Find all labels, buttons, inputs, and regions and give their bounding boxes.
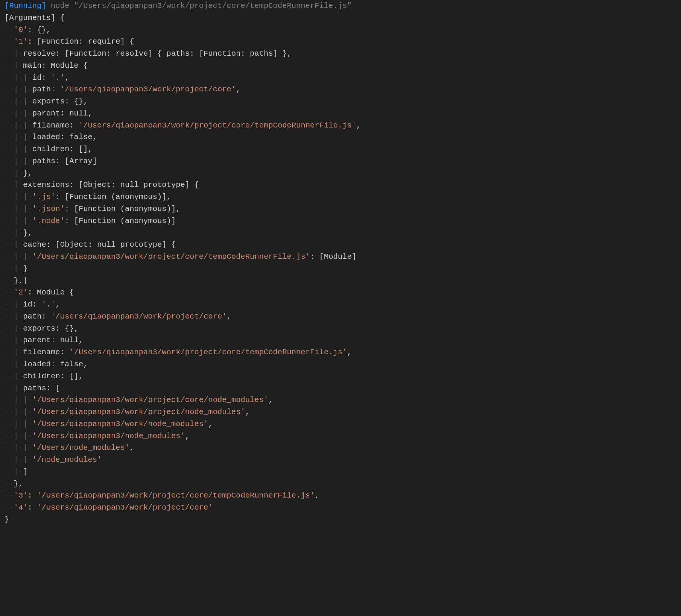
string-literal: '/Users/qiaopanpan3/work/project/core/te… [79, 121, 356, 130]
output-line: ··|·|·'/Users/qiaopanpan3/work/node_modu… [0, 418, 681, 430]
output-line: ··|·paths: [ [0, 382, 681, 394]
output-line: } [0, 514, 681, 526]
line-content: '/Users/qiaopanpan3/work/project/core/no… [32, 394, 273, 406]
output-line: ··|·] [0, 466, 681, 478]
output-line: ··|·parent: null, [0, 334, 681, 346]
indent-guide: ·· [5, 478, 14, 490]
indent-guide: ··|·|· [5, 143, 32, 155]
line-content: '/Users/qiaopanpan3/work/project/node_mo… [32, 406, 250, 418]
string-literal: '3' [14, 491, 28, 500]
output-line: ··|·|·'.node': [Function (anonymous)] [0, 215, 681, 227]
line-content: } [5, 514, 9, 526]
output-line: ··|·|·'/Users/qiaopanpan3/work/project/n… [0, 406, 681, 418]
indent-guide: ·· [5, 36, 14, 48]
output-line: ··'3': '/Users/qiaopanpan3/work/project/… [0, 490, 681, 502]
output-line: ··},| [0, 275, 681, 287]
line-content: }, [14, 478, 23, 490]
indent-guide: ·· [5, 502, 14, 514]
line-content: '.json': [Function (anonymous)], [32, 203, 181, 215]
indent-guide: ··|·|· [5, 72, 32, 84]
string-literal: '2' [14, 288, 28, 297]
indent-guide: ··|· [5, 334, 23, 346]
output-line: ··}, [0, 478, 681, 490]
output-line: ··|·|·'/Users/qiaopanpan3/work/project/c… [0, 394, 681, 406]
line-content: path: '/Users/qiaopanpan3/work/project/c… [23, 311, 231, 323]
line-content: filename: '/Users/qiaopanpan3/work/proje… [32, 120, 361, 132]
running-tag: [Running] [5, 0, 46, 12]
line-content: extensions: [Object: null prototype] { [23, 179, 199, 191]
line-content: filename: '/Users/qiaopanpan3/work/proje… [23, 346, 351, 358]
line-content: id: '.', [23, 299, 60, 311]
line-content: '.node': [Function (anonymous)] [32, 215, 176, 227]
output-line: ··|·|·parent: null, [0, 108, 681, 120]
line-content: ] [23, 466, 27, 478]
string-literal: '/Users/qiaopanpan3/work/project/core/te… [32, 252, 310, 261]
string-literal: '/Users/node_modules' [32, 443, 129, 452]
line-content: [Arguments] { [5, 12, 65, 24]
output-line: ··|·|·children: [], [0, 143, 681, 155]
string-literal: '.node' [32, 217, 65, 225]
indent-guide: ··|·|· [5, 108, 32, 120]
string-literal: '/Users/qiaopanpan3/work/project/core/te… [69, 348, 347, 357]
indent-guide: ·· [5, 24, 14, 36]
output-line: ··'4': '/Users/qiaopanpan3/work/project/… [0, 502, 681, 514]
indent-guide: ··|·|· [5, 131, 32, 143]
string-literal: '.' [41, 300, 55, 309]
line-content: }, [23, 167, 32, 179]
indent-guide: ··|· [5, 370, 23, 382]
line-content: '3': '/Users/qiaopanpan3/work/project/co… [14, 490, 319, 502]
line-content: '1': [Function: require] { [14, 36, 134, 48]
string-literal: '/Users/qiaopanpan3/work/project/core/te… [37, 491, 315, 500]
indent-guide: ··|·|· [5, 120, 32, 132]
line-content: loaded: false, [23, 358, 88, 370]
indent-guide: ··|·|· [5, 406, 32, 418]
indent-guide: ··|· [5, 358, 23, 370]
indent-guide: ··|·|· [5, 394, 32, 406]
indent-guide: ··|· [5, 48, 23, 60]
output-line: ··'0': {}, [0, 24, 681, 36]
terminal-output[interactable]: [Running] node "/Users/qiaopanpan3/work/… [0, 0, 681, 526]
output-line: ··|·|·exports: {}, [0, 96, 681, 108]
line-content: '.js': [Function (anonymous)], [32, 191, 171, 203]
line-content: loaded: false, [32, 131, 97, 143]
output-line: ··|·|·'/Users/qiaopanpan3/node_modules', [0, 430, 681, 442]
line-content: resolve: [Function: resolve] { paths: [F… [23, 48, 292, 60]
output-line: [Arguments] { [0, 12, 681, 24]
string-literal: '.json' [32, 205, 65, 213]
line-content: '2': Module { [14, 287, 74, 299]
string-literal: '4' [14, 503, 28, 512]
output-line: ··|·}, [0, 227, 681, 239]
line-content: exports: {}, [32, 96, 88, 108]
indent-guide: ··|·|· [5, 191, 32, 203]
command-text: node "/Users/qiaopanpan3/work/project/co… [51, 0, 352, 12]
output-line: ··|·|·filename: '/Users/qiaopanpan3/work… [0, 120, 681, 132]
line-content: }, [23, 227, 32, 239]
output-line: ··|·}, [0, 167, 681, 179]
line-content: children: [], [32, 143, 93, 155]
output-lines: [Arguments] {··'0': {},··'1': [Function:… [0, 12, 681, 526]
indent-guide: ··|·|· [5, 203, 32, 215]
string-literal: '/Users/qiaopanpan3/work/project/core/no… [32, 396, 268, 404]
indent-guide: ··|·|· [5, 430, 32, 442]
indent-guide: ··|· [5, 311, 23, 323]
indent-guide: ··|· [5, 60, 23, 72]
output-line: ··|·|·'/node_modules' [0, 454, 681, 466]
indent-guide: ··|· [5, 346, 23, 358]
output-line: ··|·extensions: [Object: null prototype]… [0, 179, 681, 191]
output-line: ··|·exports: {}, [0, 323, 681, 335]
output-line: ··|·|·loaded: false, [0, 131, 681, 143]
string-literal: '.' [51, 73, 65, 82]
line-content: parent: null, [32, 108, 93, 120]
string-literal: '/Users/qiaopanpan3/work/project/core' [51, 312, 226, 321]
string-literal: '1' [14, 37, 28, 46]
indent-guide: ··|· [5, 382, 23, 394]
indent-guide: ··|· [5, 323, 23, 335]
string-literal: '/node_modules' [32, 455, 102, 464]
indent-guide: ··|· [5, 167, 23, 179]
line-content: id: '.', [32, 72, 69, 84]
line-content: children: [], [23, 370, 83, 382]
output-line: ··|·|·paths: [Array] [0, 155, 681, 167]
output-line: ··|·|·'/Users/node_modules', [0, 442, 681, 454]
output-line: ··'2': Module { [0, 287, 681, 299]
indent-guide: ··|·|· [5, 442, 32, 454]
